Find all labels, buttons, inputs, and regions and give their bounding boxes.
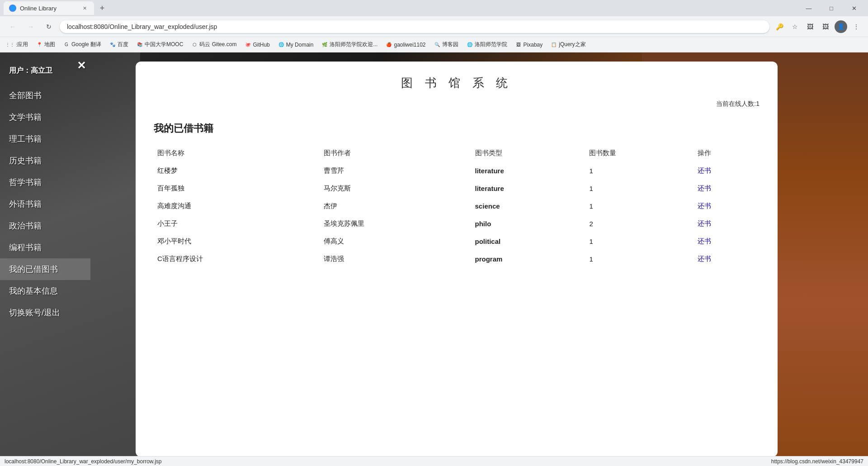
book-action[interactable]: 还书 (694, 197, 760, 215)
bookmark-label: 应用 (17, 41, 28, 48)
return-link[interactable]: 还书 (698, 237, 711, 245)
bookmark-label: GitHub (253, 42, 269, 48)
return-link[interactable]: 还书 (698, 255, 711, 262)
bookmark-item[interactable]: 🐙GitHub (241, 40, 273, 50)
return-link[interactable]: 还书 (698, 202, 711, 209)
sidebar-item[interactable]: 全部图书 (0, 85, 90, 106)
book-type: science (472, 197, 586, 215)
sidebar-close-button[interactable]: ✕ (77, 59, 86, 72)
bookmark-item[interactable]: 🌐My Domain (274, 40, 317, 50)
bookmark-label: My Domain (286, 42, 314, 48)
book-action[interactable]: 还书 (694, 180, 760, 197)
bookmark-item[interactable]: 🐾百度 (106, 39, 132, 50)
sidebar-item[interactable]: 政治书籍 (0, 215, 90, 237)
maximize-button[interactable]: □ (821, 1, 842, 15)
sidebar-item[interactable]: 我的已借图书 (0, 258, 90, 280)
bookmark-item[interactable]: 🌐洛阳师范学院 (463, 39, 511, 50)
bookmark-item[interactable]: GGoogle 翻译 (60, 39, 105, 50)
sidebar-item[interactable]: 文学书籍 (0, 106, 90, 128)
sidebar-item[interactable]: 我的基本信息 (0, 280, 90, 302)
card-title: 图 书 馆 系 统 (154, 75, 760, 91)
return-link[interactable]: 还书 (698, 219, 711, 227)
forward-button[interactable]: → (24, 19, 38, 34)
sidebar-item[interactable]: 历史书籍 (0, 150, 90, 171)
bookmark-label: gaoliwei1102 (394, 42, 425, 48)
book-count: 1 (585, 250, 694, 268)
sidebar-item[interactable]: 哲学书籍 (0, 171, 90, 193)
book-author: 圣埃克苏佩里 (320, 215, 471, 233)
back-button[interactable]: ← (5, 19, 20, 34)
bookmark-item[interactable]: ⬡码云 Gitee.com (188, 39, 240, 50)
bookmark-favicon: 📋 (551, 42, 557, 48)
page-body: 用户：高立卫 ✕ 全部图书文学书籍理工书籍历史书籍哲学书籍外语书籍政治书籍编程书… (0, 52, 868, 466)
bookmark-label: Google 翻译 (71, 41, 101, 48)
bookmark-favicon: 🐾 (109, 42, 116, 48)
bookmark-label: 地图 (44, 41, 55, 48)
user-icon-2: 🖼 (819, 20, 832, 33)
profile-avatar: 👤 (835, 20, 847, 33)
bookmark-item[interactable]: ⋮⋮⋮应用 (5, 39, 32, 50)
table-row: 高难度沟通 杰伊 science 1 还书 (154, 197, 760, 215)
close-button[interactable]: ✕ (844, 1, 864, 15)
book-type: program (472, 250, 586, 268)
bookmark-favicon: ⋮⋮⋮ (9, 42, 15, 48)
new-tab-button[interactable]: + (96, 2, 108, 14)
sidebar-item[interactable]: 编程书籍 (0, 237, 90, 258)
key-icon: 🔑 (773, 20, 786, 33)
browser-tab[interactable]: 🌐 Online Library ✕ (4, 1, 94, 15)
bookmark-item[interactable]: 📋jQuery之家 (547, 39, 589, 50)
book-author: 傅高义 (320, 233, 471, 250)
bookmark-label: 博客园 (442, 41, 458, 48)
book-action[interactable]: 还书 (694, 233, 760, 250)
bookmark-item[interactable]: 📍地图 (33, 39, 59, 50)
book-count: 1 (585, 233, 694, 250)
online-count: 当前在线人数:1 (154, 100, 760, 108)
book-author: 曹雪芹 (320, 162, 471, 180)
table-column-header: 图书名称 (154, 144, 320, 162)
sidebar-item[interactable]: 理工书籍 (0, 128, 90, 150)
minimize-button[interactable]: — (798, 1, 819, 15)
bookmark-item[interactable]: 🔍博客园 (430, 39, 462, 50)
bookmark-favicon: 🐙 (245, 42, 251, 48)
book-count: 1 (585, 197, 694, 215)
book-type: literature (472, 180, 586, 197)
star-icon[interactable]: ☆ (788, 20, 801, 33)
sidebar-item[interactable]: 外语书籍 (0, 193, 90, 215)
table-row: 小王子 圣埃克苏佩里 philo 2 还书 (154, 215, 760, 233)
bookmark-item[interactable]: 🖼Pixabay (512, 40, 547, 50)
book-type: political (472, 233, 586, 250)
reload-button[interactable]: ↻ (42, 19, 56, 34)
bookmark-label: 中国大学MOOC (145, 41, 183, 48)
book-name: 百年孤独 (154, 180, 320, 197)
bookmark-label: 码云 Gitee.com (199, 41, 236, 48)
address-input[interactable] (60, 20, 769, 33)
book-action[interactable]: 还书 (694, 250, 760, 268)
book-action[interactable]: 还书 (694, 162, 760, 180)
bookmarks-bar: ⋮⋮⋮应用📍地图GGoogle 翻译🐾百度📚中国大学MOOC⬡码云 Gitee.… (0, 37, 868, 52)
window-controls: — □ ✕ (798, 1, 864, 15)
user-icon-1: 🖼 (804, 20, 816, 33)
table-column-header: 图书数量 (585, 144, 694, 162)
bookmark-label: Pixabay (524, 42, 543, 48)
book-count: 1 (585, 162, 694, 180)
status-left: localhost:8080/Online_Library_war_explod… (5, 458, 162, 465)
bookmark-favicon: 📚 (137, 42, 143, 48)
address-bar: ← → ↻ 🔑 ☆ 🖼 🖼 👤 ⋮ (0, 16, 868, 37)
tab-favicon: 🌐 (9, 5, 16, 12)
table-row: C语言程序设计 谭浩强 program 1 还书 (154, 250, 760, 268)
main-card: 图 书 馆 系 统 当前在线人数:1 我的已借书籍 图书名称图书作者图书类型图书… (136, 62, 778, 457)
book-action[interactable]: 还书 (694, 215, 760, 233)
section-title: 我的已借书籍 (154, 122, 760, 135)
menu-icon[interactable]: ⋮ (850, 20, 863, 33)
bookmark-item[interactable]: 📚中国大学MOOC (133, 39, 187, 50)
return-link[interactable]: 还书 (698, 166, 711, 174)
status-right: https://blog.csdn.net/weixin_43479947 (771, 458, 863, 465)
book-type: philo (472, 215, 586, 233)
status-bar: localhost:8080/Online_Library_war_explod… (0, 456, 868, 466)
bookmark-item[interactable]: 🌿洛阳师范学院欢迎... (318, 39, 381, 50)
tab-close-button[interactable]: ✕ (80, 4, 89, 12)
sidebar-item[interactable]: 切换账号/退出 (0, 302, 90, 323)
bookmark-favicon: 🌐 (467, 42, 473, 48)
bookmark-item[interactable]: 🍎gaoliwei1102 (382, 40, 429, 50)
return-link[interactable]: 还书 (698, 184, 711, 192)
